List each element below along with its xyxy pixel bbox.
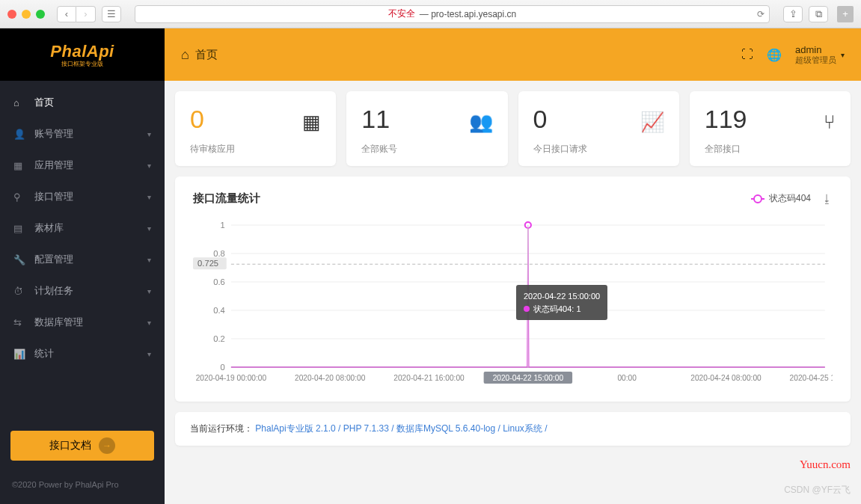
- sidebar-item-5[interactable]: 🔧 配置管理 ▾: [0, 244, 165, 275]
- env-panel: 当前运行环境： PhalApi专业版 2.1.0 / PHP 7.1.33 / …: [175, 412, 851, 446]
- logo-text: PhalApi: [50, 42, 114, 61]
- window-controls: [7, 10, 45, 19]
- menu-label: 首页: [34, 96, 54, 109]
- stat-card-3[interactable]: 119 全部接口 ⑂: [690, 91, 851, 166]
- user-role: 超级管理员: [795, 55, 836, 65]
- home-icon: ⌂: [181, 47, 189, 63]
- logo: PhalApi 接口框架专业版: [0, 28, 165, 81]
- insecure-label: 不安全: [388, 7, 415, 20]
- tooltip-value: 状态码404: 1: [533, 304, 581, 313]
- svg-text:0.6: 0.6: [213, 277, 225, 286]
- download-icon[interactable]: ⭳: [821, 192, 833, 205]
- menu-label: 接口管理: [34, 190, 73, 203]
- stat-value: 119: [705, 105, 836, 134]
- sidebar-item-7[interactable]: ⇆ 数据库管理 ▾: [0, 307, 165, 338]
- menu-label: 数据库管理: [34, 316, 83, 329]
- breadcrumb-home[interactable]: ⌂ 首页: [181, 47, 218, 63]
- chart-title: 接口流量统计: [193, 191, 260, 206]
- svg-text:0.2: 0.2: [213, 334, 225, 343]
- url-host: — pro-test.api.yesapi.cn: [420, 9, 516, 19]
- api-docs-button[interactable]: 接口文档 →: [10, 431, 154, 461]
- stat-icon: 👥: [469, 111, 493, 134]
- chevron-down-icon: ▾: [147, 162, 151, 170]
- menu-label: 配置管理: [34, 253, 73, 266]
- menu-label: 计划任务: [34, 284, 73, 298]
- tabs-button[interactable]: ⧉: [809, 6, 828, 22]
- sidebar-toggle[interactable]: ☰: [102, 6, 121, 22]
- svg-text:2020-04-19 00:00:00: 2020-04-19 00:00:00: [196, 374, 267, 382]
- user-menu[interactable]: admin 超级管理员 ▾: [795, 44, 845, 66]
- watermark-csdn: CSDN @YF云飞: [784, 484, 851, 497]
- address-bar[interactable]: 不安全 — pro-test.api.yesapi.cn ⟳: [135, 5, 770, 23]
- chevron-down-icon: ▾: [147, 130, 151, 138]
- menu-icon: ⇆: [13, 317, 25, 328]
- stat-icon: ▦: [302, 111, 321, 134]
- stat-value: 0: [190, 105, 321, 134]
- stat-label: 全部接口: [705, 143, 836, 156]
- chevron-down-icon: ▾: [147, 319, 151, 327]
- maximize-window[interactable]: [36, 10, 45, 19]
- topbar: ⌂ 首页 ⛶ 🌐 admin 超级管理员 ▾: [165, 28, 861, 81]
- svg-text:2020-04-21 16:00:00: 2020-04-21 16:00:00: [393, 374, 465, 382]
- fullscreen-icon[interactable]: ⛶: [741, 48, 753, 61]
- sidebar: PhalApi 接口框架专业版 ⌂ 首页 👤 账号管理 ▾▦ 应用管理 ▾⚲ 接…: [0, 28, 165, 504]
- menu-label: 应用管理: [34, 159, 73, 172]
- svg-text:2020-04-20 08:00:00: 2020-04-20 08:00:00: [295, 374, 366, 382]
- chart-area[interactable]: 00.20.40.60.810.7252020-04-19 00:00:0020…: [193, 218, 833, 390]
- breadcrumb-label: 首页: [195, 48, 218, 62]
- browser-chrome: ‹ › ☰ 不安全 — pro-test.api.yesapi.cn ⟳ ⇪ ⧉…: [0, 0, 861, 28]
- svg-text:2020-04-24 08:00:00: 2020-04-24 08:00:00: [690, 374, 762, 382]
- chart-panel: 接口流量统计 状态码404 ⭳ 00.20.40.60.810.7252020-…: [175, 176, 851, 402]
- legend-label: 状态码404: [769, 192, 811, 205]
- menu-icon: 🔧: [13, 254, 25, 265]
- svg-text:0: 0: [221, 363, 225, 372]
- menu-label: 统计: [34, 347, 54, 360]
- tooltip-dot-icon: [524, 306, 530, 312]
- new-tab-button[interactable]: +: [837, 6, 854, 22]
- forward-button[interactable]: ›: [76, 6, 96, 22]
- sidebar-item-8[interactable]: 📊 统计 ▾: [0, 338, 165, 369]
- menu-icon: ⏱: [13, 286, 25, 297]
- menu-icon: 📊: [13, 348, 25, 360]
- legend-item[interactable]: 状态码404: [751, 192, 811, 205]
- svg-text:0.725: 0.725: [197, 259, 218, 268]
- tooltip-time: 2020-04-22 15:00:00: [524, 290, 600, 303]
- stat-icon: 📈: [640, 111, 664, 134]
- sidebar-item-1[interactable]: 👤 账号管理 ▾: [0, 118, 165, 150]
- chevron-down-icon: ▾: [147, 287, 151, 295]
- globe-icon[interactable]: 🌐: [767, 48, 782, 62]
- stat-card-0[interactable]: 0 待审核应用 ▦: [175, 91, 336, 166]
- menu-icon: ⚲: [13, 191, 25, 203]
- svg-text:0.4: 0.4: [213, 306, 225, 315]
- watermark-yuucn: Yuucn.com: [800, 458, 851, 471]
- menu-icon: ▤: [13, 223, 25, 234]
- chevron-down-icon: ▾: [841, 51, 845, 59]
- api-docs-label: 接口文档: [49, 439, 91, 452]
- menu-label: 账号管理: [34, 127, 73, 141]
- svg-text:2020-04-22 15:00:00: 2020-04-22 15:00:00: [493, 374, 564, 382]
- back-button[interactable]: ‹: [57, 6, 76, 22]
- stat-icon: ⑂: [824, 111, 836, 134]
- stat-card-1[interactable]: 11 全部账号 👥: [346, 91, 507, 166]
- stat-cards: 0 待审核应用 ▦11 全部账号 👥0 今日接口请求 📈119 全部接口 ⑂: [175, 91, 851, 166]
- share-button[interactable]: ⇪: [783, 6, 803, 22]
- chart-tooltip: 2020-04-22 15:00:00 状态码404: 1: [516, 285, 607, 320]
- chevron-down-icon: ▾: [147, 224, 151, 233]
- close-window[interactable]: [7, 10, 16, 19]
- sidebar-item-4[interactable]: ▤ 素材库 ▾: [0, 212, 165, 244]
- stat-card-2[interactable]: 0 今日接口请求 📈: [518, 91, 679, 166]
- sidebar-item-2[interactable]: ▦ 应用管理 ▾: [0, 150, 165, 181]
- legend-marker-icon: [751, 198, 765, 200]
- sidebar-item-3[interactable]: ⚲ 接口管理 ▾: [0, 181, 165, 212]
- svg-text:0.8: 0.8: [213, 249, 225, 258]
- reload-icon[interactable]: ⟳: [757, 9, 765, 19]
- menu-label: 素材库: [34, 221, 64, 235]
- sidebar-item-6[interactable]: ⏱ 计划任务 ▾: [0, 275, 165, 307]
- menu-icon: 👤: [13, 129, 25, 140]
- stat-label: 待审核应用: [190, 143, 321, 156]
- svg-text:00:00: 00:00: [617, 374, 637, 382]
- sidebar-item-0[interactable]: ⌂ 首页: [0, 87, 165, 118]
- minimize-window[interactable]: [22, 10, 31, 19]
- chevron-down-icon: ▾: [147, 193, 151, 201]
- menu-icon: ▦: [13, 160, 25, 171]
